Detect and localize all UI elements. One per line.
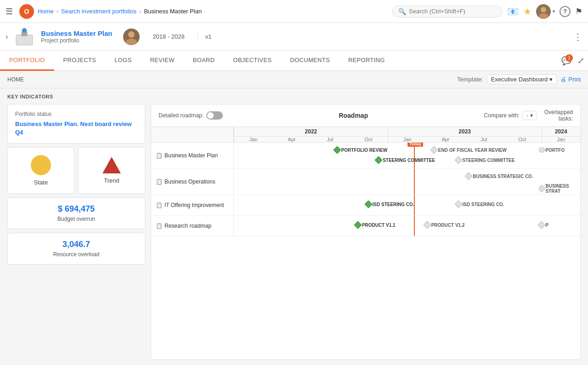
search-input[interactable]	[409, 8, 497, 15]
ms-prod-p[interactable]: P	[539, 222, 549, 228]
breadcrumb-sep-1: ›	[57, 8, 58, 15]
app-logo: O	[19, 4, 34, 19]
left-panel: Portfolio status Business Master Plan. N…	[7, 104, 145, 360]
year-2022: 2022 Jan Apr Jul Oct	[234, 127, 388, 142]
svg-point-10	[126, 39, 137, 45]
month-apr-2022: Apr	[272, 137, 311, 142]
portfolio-avatar	[123, 29, 140, 45]
today-line	[414, 216, 415, 236]
home-label: HOME	[7, 76, 24, 83]
row-icon-bo: 📋	[156, 178, 163, 185]
roadmap-panel: Detailed roadmap: Roadmap Compare with: …	[151, 104, 581, 360]
ms-label: P	[546, 223, 549, 228]
tab-portfolio[interactable]: PORTFOLIO	[0, 51, 54, 71]
today-line	[414, 169, 415, 195]
comment-button[interactable]: 💬 1	[559, 53, 574, 68]
ms-label: END OF FISCAL YEAR REVIEW	[438, 148, 507, 153]
ms-label: BUSINESS STRAT	[546, 184, 580, 194]
toggle-switch[interactable]	[206, 111, 223, 120]
hamburger-menu-icon[interactable]: ☰	[6, 6, 13, 17]
portfolio-more-button[interactable]: ⋮	[573, 31, 582, 42]
print-icon: 🖨	[560, 76, 566, 83]
month-oct-2023: Oct	[503, 137, 541, 142]
state-card[interactable]: State	[7, 147, 74, 194]
row-text-bo: Business Operations	[164, 178, 215, 185]
top-navigation: ☰ O Home › Search investment portfolios …	[0, 0, 588, 23]
tab-objectives[interactable]: OBJECTIVES	[224, 51, 281, 71]
tab-logs[interactable]: LOGS	[105, 51, 141, 71]
ms-label: ISD STEERING CO.	[373, 202, 414, 207]
month-jan-2024: Jan	[542, 137, 580, 142]
ms-isd-2[interactable]: ISD STEERING CO.	[456, 201, 504, 207]
ms-label: ISD STEERING CO.	[463, 202, 504, 207]
template-label: Template:	[457, 76, 483, 83]
breadcrumb-search[interactable]: Search investment portfolios	[61, 8, 136, 15]
portfolio-title[interactable]: Business Master Plan	[41, 29, 112, 37]
ms-label: PRODUCT V1.1	[362, 223, 396, 228]
expand-button[interactable]: ⤢	[577, 56, 584, 66]
portfolio-header: › Business Master Plan Project portfolio…	[0, 23, 588, 51]
ms-prod-v11[interactable]: PRODUCT V1.1	[355, 222, 396, 228]
compare-with-dropdown[interactable]: - ▾	[522, 111, 537, 120]
diamond-icon	[537, 221, 545, 229]
breadcrumb-home[interactable]: Home	[38, 8, 54, 15]
portfolio-status-label: Portfolio status	[15, 111, 137, 117]
tab-documents[interactable]: DOCUMENTS	[281, 51, 339, 71]
row-cells-bmp: Today PORTFOLIO REVIEW END OF FISCAL YEA…	[234, 143, 580, 168]
portfolio-status-value: Business Master Plan. Next board review …	[15, 120, 137, 137]
year-2023-months: Jan Apr Jul Oct	[388, 137, 542, 142]
month-jul-2023: Jul	[465, 137, 503, 142]
month-oct-2022: Oct	[349, 137, 387, 142]
ms-steering-1[interactable]: STEERING COMMITTEE	[376, 157, 435, 163]
state-trend-row: State Trend	[7, 147, 145, 194]
diamond-icon	[465, 172, 473, 180]
svg-rect-4	[22, 32, 27, 36]
user-dropdown-arrow[interactable]: ▾	[553, 9, 555, 14]
row-label-rr: 📋 Research roadmap	[151, 216, 234, 236]
help-icon[interactable]: ?	[560, 6, 571, 17]
ms-biz-strategic[interactable]: BUSINESS STRATEGIC CO.	[466, 173, 533, 179]
search-bar[interactable]: 🔍	[392, 6, 503, 17]
diamond-icon	[539, 147, 545, 153]
collapse-button[interactable]: ›	[6, 33, 8, 41]
table-row: 📋 IT Offering Improvement ISD STEERING C…	[151, 195, 580, 216]
row-label-bmp: 📋 Business Master Plan	[151, 143, 234, 168]
ms-label: PORTFO	[546, 148, 565, 153]
month-jan-2023: Jan	[388, 137, 426, 142]
ms-isd-1[interactable]: ISD STEERING CO.	[366, 201, 414, 207]
template-dropdown[interactable]: Executive Dashboard ▾	[487, 75, 557, 84]
ms-end-fiscal[interactable]: END OF FISCAL YEAR REVIEW	[431, 147, 507, 153]
diamond-icon	[364, 201, 372, 208]
ms-portfo[interactable]: PORTFO	[539, 147, 565, 153]
row-icon-rr: 📋	[156, 223, 163, 229]
compare-dropdown-arrow: ▾	[530, 112, 533, 119]
budget-card: $ 694,475 Budget overrun	[7, 197, 145, 229]
tab-reporting[interactable]: REPORTING	[339, 51, 394, 71]
star-icon[interactable]: ★	[523, 6, 531, 17]
year-2024-months: Jan	[542, 137, 580, 142]
overlapped-tasks: Overlapped tasks:	[544, 109, 573, 122]
diamond-icon	[354, 221, 362, 229]
tab-projects[interactable]: PROJECTS	[54, 51, 106, 71]
row-cells-rr: PRODUCT V1.1 PRODUCT V1.2 P	[234, 216, 580, 236]
trend-indicator	[102, 157, 121, 173]
diamond-icon	[375, 156, 383, 164]
today-badge: Today	[407, 143, 423, 147]
ms-portfolio-review[interactable]: PORTFOLIO REVIEW	[334, 147, 388, 153]
detailed-roadmap-label: Detailed roadmap:	[158, 112, 204, 119]
trend-card[interactable]: Trend	[78, 147, 145, 194]
month-jan-2022: Jan	[234, 137, 272, 142]
tab-review[interactable]: REVIEW	[141, 51, 184, 71]
ms-prod-v12[interactable]: PRODUCT V1.2	[424, 222, 465, 228]
tab-board[interactable]: BOARD	[184, 51, 224, 71]
detailed-roadmap-toggle[interactable]: Detailed roadmap:	[158, 111, 223, 120]
resource-card: 3,046.7 Resource overload	[7, 233, 145, 264]
template-dropdown-arrow: ▾	[549, 76, 553, 83]
print-button[interactable]: 🖨 Print	[560, 76, 581, 83]
diamond-icon	[333, 146, 341, 154]
ms-steering-2[interactable]: STEERING COMMITTEE	[456, 157, 515, 163]
user-menu[interactable]: ▾	[536, 4, 555, 19]
flag-icon[interactable]: ⚑	[575, 6, 582, 17]
mail-icon[interactable]: 📧	[507, 6, 519, 17]
ms-biz-strat2[interactable]: BUSINESS STRAT	[539, 184, 580, 194]
